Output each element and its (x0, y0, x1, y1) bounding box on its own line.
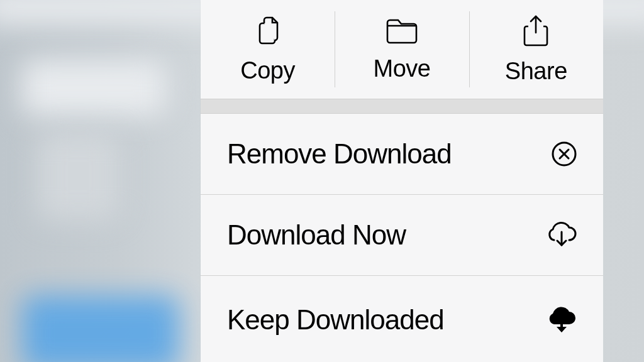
menu-item-label: Remove Download (227, 138, 452, 170)
background-blur (22, 295, 179, 362)
move-label: Move (374, 55, 431, 82)
cloud-download-filled-icon (545, 305, 578, 334)
keep-downloaded-item[interactable]: Keep Downloaded (201, 276, 603, 362)
remove-icon (550, 140, 578, 168)
share-label: Share (505, 58, 567, 85)
copy-button[interactable]: Copy (201, 0, 335, 99)
download-now-item[interactable]: Download Now (201, 195, 603, 276)
cloud-download-icon (545, 221, 578, 249)
menu-item-label: Download Now (227, 219, 406, 251)
folder-icon (385, 16, 419, 45)
copy-icon (253, 14, 283, 47)
copy-label: Copy (240, 57, 295, 84)
background-blur (22, 60, 167, 116)
share-button[interactable]: Share (469, 0, 603, 99)
menu-list: Remove Download Download Now (201, 114, 603, 362)
share-icon (521, 14, 550, 48)
remove-download-item[interactable]: Remove Download (201, 114, 603, 195)
quick-action-row: Copy Move (201, 0, 603, 99)
move-button[interactable]: Move (335, 0, 469, 99)
menu-item-label: Keep Downloaded (227, 304, 444, 336)
context-sheet: Copy Move (201, 0, 603, 362)
screen: Copy Move (0, 0, 644, 362)
section-divider (201, 99, 603, 114)
background-blur (38, 132, 119, 220)
